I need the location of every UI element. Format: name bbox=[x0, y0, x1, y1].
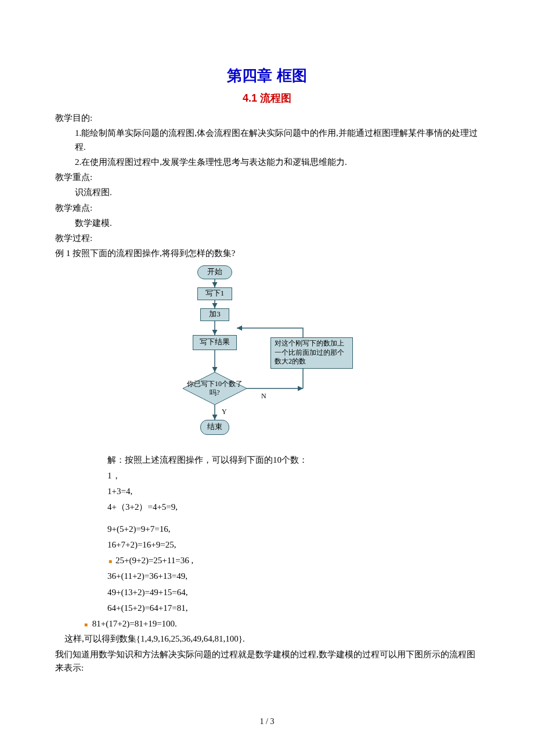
flow-add3: 加3 bbox=[200, 308, 229, 321]
closing-paragraph: 我们知道用数学知识和方法解决实际问题的过程就是数学建模的过程,数学建模的过程可以… bbox=[55, 648, 479, 675]
flow-yes-label: Y bbox=[222, 406, 227, 417]
answer-line-6: 25+(9+2)=25+11=36 , bbox=[116, 556, 193, 565]
process-heading: 教学过程: bbox=[55, 232, 479, 245]
goal-item-2: 2.在使用流程图过程中,发展学生条理性思考与表达能力和逻辑思维能力. bbox=[55, 156, 479, 169]
bullet-icon: ■ bbox=[84, 621, 90, 628]
answer-intro: 解：按照上述流程图操作，可以得到下面的10个数： bbox=[107, 453, 479, 467]
focus-item: 识流程图. bbox=[55, 186, 479, 199]
answer-line-3: 4+（3+2）=4+5=9, bbox=[107, 501, 479, 514]
answer-line-2: 1+3=4, bbox=[107, 485, 479, 498]
flow-write1: 写下1 bbox=[197, 287, 232, 300]
flow-write-result: 写下结果 bbox=[193, 335, 237, 350]
flowchart: 开始 写下1 加3 写下结果 对这个刚写下的数加上一个比前面加过的那个数大2的数… bbox=[168, 264, 366, 450]
answer-line-10: 81+(17+2)=81+19=100. bbox=[92, 619, 177, 628]
flow-decision-label: 你已写下10个数了吗? bbox=[183, 372, 247, 405]
example-1-prompt: 例 1 按照下面的流程图操作,将得到怎样的数集? bbox=[55, 247, 479, 260]
answer-line-9: 64+(15+2)=64+17=81, bbox=[107, 603, 188, 613]
chapter-title: 第四章 框图 bbox=[55, 64, 479, 87]
answer-line-8: 49+(13+2)=49+15=64, bbox=[107, 588, 188, 597]
answer-line-7: 36+(11+2)=36+13=49, bbox=[107, 571, 187, 581]
goal-item-1: 1.能绘制简单实际问题的流程图,体会流程图在解决实际问题中的作用,并能通过框图理… bbox=[55, 127, 479, 154]
answer-set: 这样,可以得到数集{1,4,9,16,25,36,49,64,81,100}. bbox=[55, 632, 479, 646]
hard-heading: 教学难点: bbox=[55, 201, 479, 215]
focus-heading: 教学重点: bbox=[55, 171, 479, 184]
flow-end: 结束 bbox=[200, 420, 229, 435]
goal-heading: 教学目的: bbox=[55, 111, 479, 125]
answer-line-5: 16+7+2)=16+9=25, bbox=[107, 540, 176, 549]
section-title: 4.1 流程图 bbox=[55, 91, 479, 107]
answer-line-1: 1， bbox=[107, 469, 479, 483]
answer-block-2: 9+(5+2)=9+7=16, 16+7+2)=16+9=25, ■25+(9+… bbox=[55, 523, 479, 615]
flow-decision: 你已写下10个数了吗? bbox=[183, 372, 247, 405]
answer-block-1: 解：按照上述流程图操作，可以得到下面的10个数： 1， 1+3=4, 4+（3+… bbox=[55, 453, 479, 514]
page-number: 1 / 3 bbox=[0, 715, 534, 728]
flow-no-label: N bbox=[261, 391, 266, 402]
answer-line-4: 9+(5+2)=9+7=16, bbox=[107, 524, 171, 534]
flow-start: 开始 bbox=[197, 265, 232, 279]
flow-side-box: 对这个刚写下的数加上一个比前面加过的那个数大2的数 bbox=[270, 337, 353, 369]
hard-item: 数学建模. bbox=[55, 217, 479, 230]
bullet-icon: ■ bbox=[107, 557, 116, 566]
